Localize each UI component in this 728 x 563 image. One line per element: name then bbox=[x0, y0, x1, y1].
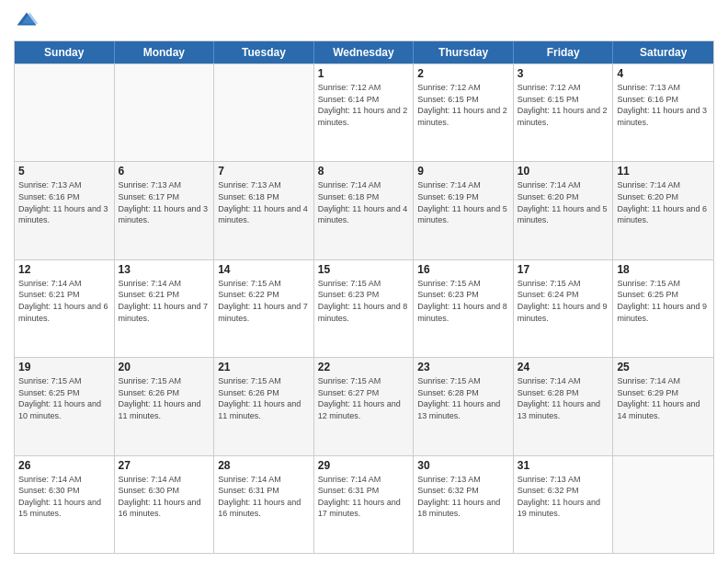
cell-date-number: 10 bbox=[518, 165, 609, 178]
cell-date-number: 19 bbox=[18, 361, 110, 373]
cell-sun-info: Sunrise: 7:14 AM Sunset: 6:18 PM Dayligh… bbox=[318, 179, 410, 225]
calendar-row-3: 19Sunrise: 7:15 AM Sunset: 6:25 PM Dayli… bbox=[15, 357, 713, 454]
calendar-cell: 2Sunrise: 7:12 AM Sunset: 6:15 PM Daylig… bbox=[414, 64, 514, 161]
cell-sun-info: Sunrise: 7:15 AM Sunset: 6:24 PM Dayligh… bbox=[518, 278, 609, 324]
cell-sun-info: Sunrise: 7:15 AM Sunset: 6:23 PM Dayligh… bbox=[318, 278, 410, 324]
cell-sun-info: Sunrise: 7:14 AM Sunset: 6:30 PM Dayligh… bbox=[18, 474, 110, 520]
cell-sun-info: Sunrise: 7:15 AM Sunset: 6:28 PM Dayligh… bbox=[417, 375, 509, 421]
cell-date-number: 18 bbox=[617, 263, 710, 276]
calendar-cell: 5Sunrise: 7:13 AM Sunset: 6:16 PM Daylig… bbox=[15, 162, 115, 259]
calendar-cell: 12Sunrise: 7:14 AM Sunset: 6:21 PM Dayli… bbox=[15, 260, 115, 357]
weekday-header-saturday: Saturday bbox=[613, 41, 713, 63]
cell-date-number: 20 bbox=[119, 361, 210, 373]
cell-sun-info: Sunrise: 7:14 AM Sunset: 6:20 PM Dayligh… bbox=[518, 179, 609, 225]
cell-sun-info: Sunrise: 7:15 AM Sunset: 6:25 PM Dayligh… bbox=[18, 375, 110, 421]
cell-sun-info: Sunrise: 7:14 AM Sunset: 6:19 PM Dayligh… bbox=[417, 179, 509, 225]
calendar-cell: 26Sunrise: 7:14 AM Sunset: 6:30 PM Dayli… bbox=[15, 456, 115, 553]
calendar-row-4: 26Sunrise: 7:14 AM Sunset: 6:30 PM Dayli… bbox=[15, 455, 713, 553]
cell-sun-info: Sunrise: 7:15 AM Sunset: 6:26 PM Dayligh… bbox=[218, 375, 310, 421]
calendar: SundayMondayTuesdayWednesdayThursdayFrid… bbox=[14, 40, 714, 554]
calendar-cell: 23Sunrise: 7:15 AM Sunset: 6:28 PM Dayli… bbox=[414, 358, 514, 454]
cell-date-number: 25 bbox=[617, 361, 710, 373]
cell-sun-info: Sunrise: 7:13 AM Sunset: 6:32 PM Dayligh… bbox=[518, 474, 609, 520]
cell-date-number: 28 bbox=[218, 459, 310, 472]
cell-date-number: 1 bbox=[318, 67, 410, 80]
calendar-cell: 19Sunrise: 7:15 AM Sunset: 6:25 PM Dayli… bbox=[15, 358, 115, 454]
logo bbox=[14, 9, 43, 35]
cell-date-number: 7 bbox=[218, 165, 310, 178]
calendar-body: 1Sunrise: 7:12 AM Sunset: 6:14 PM Daylig… bbox=[15, 63, 713, 553]
cell-sun-info: Sunrise: 7:14 AM Sunset: 6:31 PM Dayligh… bbox=[218, 474, 310, 520]
header bbox=[14, 9, 714, 35]
cell-date-number: 22 bbox=[318, 361, 410, 373]
calendar-cell: 16Sunrise: 7:15 AM Sunset: 6:23 PM Dayli… bbox=[414, 260, 514, 357]
calendar-cell: 31Sunrise: 7:13 AM Sunset: 6:32 PM Dayli… bbox=[514, 456, 614, 553]
cell-sun-info: Sunrise: 7:15 AM Sunset: 6:22 PM Dayligh… bbox=[218, 278, 310, 324]
calendar-cell: 22Sunrise: 7:15 AM Sunset: 6:27 PM Dayli… bbox=[314, 358, 415, 454]
cell-date-number: 23 bbox=[417, 361, 509, 373]
cell-date-number: 14 bbox=[218, 263, 310, 276]
cell-date-number: 31 bbox=[518, 459, 609, 472]
calendar-cell: 27Sunrise: 7:14 AM Sunset: 6:30 PM Dayli… bbox=[115, 456, 215, 553]
cell-sun-info: Sunrise: 7:12 AM Sunset: 6:15 PM Dayligh… bbox=[518, 82, 609, 128]
logo-icon bbox=[14, 9, 40, 35]
cell-sun-info: Sunrise: 7:13 AM Sunset: 6:18 PM Dayligh… bbox=[218, 179, 310, 225]
cell-sun-info: Sunrise: 7:14 AM Sunset: 6:30 PM Dayligh… bbox=[119, 474, 210, 520]
cell-date-number: 13 bbox=[119, 263, 210, 276]
calendar-cell: 13Sunrise: 7:14 AM Sunset: 6:21 PM Dayli… bbox=[115, 260, 215, 357]
weekday-header-sunday: Sunday bbox=[15, 41, 115, 63]
calendar-cell: 18Sunrise: 7:15 AM Sunset: 6:25 PM Dayli… bbox=[613, 260, 713, 357]
page: SundayMondayTuesdayWednesdayThursdayFrid… bbox=[0, 0, 728, 563]
weekday-header-friday: Friday bbox=[514, 41, 614, 63]
calendar-cell: 7Sunrise: 7:13 AM Sunset: 6:18 PM Daylig… bbox=[214, 162, 314, 259]
cell-sun-info: Sunrise: 7:13 AM Sunset: 6:16 PM Dayligh… bbox=[18, 179, 110, 225]
calendar-cell: 24Sunrise: 7:14 AM Sunset: 6:28 PM Dayli… bbox=[514, 358, 614, 454]
cell-sun-info: Sunrise: 7:15 AM Sunset: 6:25 PM Dayligh… bbox=[617, 278, 710, 324]
cell-date-number: 30 bbox=[417, 459, 509, 472]
weekday-header-monday: Monday bbox=[115, 41, 215, 63]
cell-sun-info: Sunrise: 7:14 AM Sunset: 6:31 PM Dayligh… bbox=[318, 474, 410, 520]
calendar-row-0: 1Sunrise: 7:12 AM Sunset: 6:14 PM Daylig… bbox=[15, 63, 713, 161]
calendar-cell: 30Sunrise: 7:13 AM Sunset: 6:32 PM Dayli… bbox=[414, 456, 514, 553]
calendar-row-1: 5Sunrise: 7:13 AM Sunset: 6:16 PM Daylig… bbox=[15, 161, 713, 259]
calendar-row-2: 12Sunrise: 7:14 AM Sunset: 6:21 PM Dayli… bbox=[15, 259, 713, 357]
cell-sun-info: Sunrise: 7:15 AM Sunset: 6:26 PM Dayligh… bbox=[119, 375, 210, 421]
weekday-header-thursday: Thursday bbox=[414, 41, 514, 63]
cell-sun-info: Sunrise: 7:13 AM Sunset: 6:32 PM Dayligh… bbox=[417, 474, 509, 520]
calendar-cell bbox=[115, 64, 215, 161]
calendar-cell: 20Sunrise: 7:15 AM Sunset: 6:26 PM Dayli… bbox=[115, 358, 215, 454]
calendar-cell bbox=[613, 456, 713, 553]
weekday-header-wednesday: Wednesday bbox=[314, 41, 415, 63]
cell-date-number: 15 bbox=[318, 263, 410, 276]
cell-date-number: 2 bbox=[417, 67, 509, 80]
cell-date-number: 8 bbox=[318, 165, 410, 178]
cell-sun-info: Sunrise: 7:12 AM Sunset: 6:15 PM Dayligh… bbox=[417, 82, 509, 128]
cell-sun-info: Sunrise: 7:14 AM Sunset: 6:28 PM Dayligh… bbox=[518, 375, 609, 421]
cell-date-number: 24 bbox=[518, 361, 609, 373]
calendar-cell bbox=[214, 64, 314, 161]
cell-date-number: 12 bbox=[18, 263, 110, 276]
cell-sun-info: Sunrise: 7:14 AM Sunset: 6:29 PM Dayligh… bbox=[617, 375, 710, 421]
cell-date-number: 11 bbox=[617, 165, 710, 178]
calendar-cell: 29Sunrise: 7:14 AM Sunset: 6:31 PM Dayli… bbox=[314, 456, 415, 553]
cell-date-number: 26 bbox=[18, 459, 110, 472]
calendar-cell: 10Sunrise: 7:14 AM Sunset: 6:20 PM Dayli… bbox=[514, 162, 614, 259]
calendar-cell: 28Sunrise: 7:14 AM Sunset: 6:31 PM Dayli… bbox=[214, 456, 314, 553]
calendar-header-row: SundayMondayTuesdayWednesdayThursdayFrid… bbox=[15, 41, 713, 63]
calendar-cell: 21Sunrise: 7:15 AM Sunset: 6:26 PM Dayli… bbox=[214, 358, 314, 454]
cell-date-number: 9 bbox=[417, 165, 509, 178]
calendar-cell: 1Sunrise: 7:12 AM Sunset: 6:14 PM Daylig… bbox=[314, 64, 415, 161]
cell-sun-info: Sunrise: 7:13 AM Sunset: 6:17 PM Dayligh… bbox=[119, 179, 210, 225]
calendar-cell: 14Sunrise: 7:15 AM Sunset: 6:22 PM Dayli… bbox=[214, 260, 314, 357]
calendar-cell bbox=[15, 64, 115, 161]
cell-date-number: 5 bbox=[18, 165, 110, 178]
cell-date-number: 4 bbox=[617, 67, 710, 80]
cell-date-number: 17 bbox=[518, 263, 609, 276]
cell-date-number: 29 bbox=[318, 459, 410, 472]
weekday-header-tuesday: Tuesday bbox=[214, 41, 314, 63]
calendar-cell: 25Sunrise: 7:14 AM Sunset: 6:29 PM Dayli… bbox=[613, 358, 713, 454]
cell-date-number: 27 bbox=[119, 459, 210, 472]
cell-sun-info: Sunrise: 7:13 AM Sunset: 6:16 PM Dayligh… bbox=[617, 82, 710, 128]
calendar-cell: 6Sunrise: 7:13 AM Sunset: 6:17 PM Daylig… bbox=[115, 162, 215, 259]
calendar-cell: 17Sunrise: 7:15 AM Sunset: 6:24 PM Dayli… bbox=[514, 260, 614, 357]
